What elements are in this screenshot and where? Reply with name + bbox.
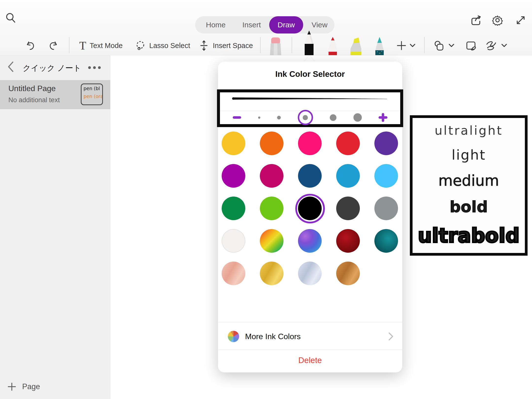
- page-subtitle: No additional text: [8, 96, 60, 104]
- swatch-orange[interactable]: [260, 132, 283, 155]
- add-page-label: Page: [22, 382, 40, 391]
- popup-title: Ink Color Selector: [218, 69, 402, 79]
- add-pen-button[interactable]: [396, 37, 407, 54]
- pen-black-selected[interactable]: [302, 30, 316, 55]
- swatch-red[interactable]: [336, 132, 360, 155]
- pen-red[interactable]: [326, 36, 340, 55]
- swatch-dark-pink[interactable]: [260, 164, 283, 188]
- lasso-select-label: Lasso Select: [149, 42, 190, 50]
- toolbar-divider: [424, 37, 425, 53]
- thickness-increase-button[interactable]: [379, 113, 387, 122]
- add-page-button[interactable]: Page: [0, 378, 110, 395]
- ink-to-shape-button[interactable]: [486, 37, 497, 54]
- search-icon[interactable]: [5, 12, 17, 24]
- ink-color-selector-popup: Ink Color Selector More Ink Colors De: [218, 62, 402, 372]
- insert-space-icon: [199, 40, 209, 51]
- thickness-option-5[interactable]: [353, 113, 362, 122]
- more-ink-colors-button[interactable]: More Ink Colors: [218, 328, 402, 345]
- swatch-purple[interactable]: [374, 132, 398, 155]
- delete-pen-button[interactable]: Delete: [218, 353, 402, 368]
- swatch-gray[interactable]: [374, 197, 398, 220]
- popup-divider: [218, 350, 402, 350]
- ink-to-shape-chevron-icon[interactable]: [501, 44, 507, 47]
- tab-draw[interactable]: Draw: [269, 16, 303, 33]
- eraser-tool[interactable]: [268, 37, 283, 55]
- more-options-icon[interactable]: [88, 66, 101, 69]
- tab-insert[interactable]: Insert: [234, 16, 269, 33]
- swatch-blue[interactable]: [336, 164, 360, 188]
- text-mode-button[interactable]: T Text Mode: [79, 37, 123, 54]
- popup-caret: [303, 55, 315, 62]
- fullscreen-expand-icon[interactable]: [515, 14, 527, 26]
- handwriting-light: light: [451, 148, 486, 162]
- thickness-option-1[interactable]: [258, 116, 260, 119]
- shapes-button[interactable]: [433, 37, 444, 54]
- swatch-bronze[interactable]: [336, 262, 360, 285]
- swatch-pink[interactable]: [298, 132, 322, 155]
- swatch-gold[interactable]: [260, 262, 283, 285]
- swatch-dark-gray[interactable]: [336, 197, 360, 220]
- popup-divider: [218, 322, 402, 322]
- page-thumbnail: pen (bl pen (ora: [81, 83, 103, 105]
- swatch-teal-texture[interactable]: [374, 229, 398, 253]
- settings-gear-icon[interactable]: [492, 14, 503, 26]
- swatch-rainbow-glitter[interactable]: [260, 229, 283, 253]
- swatch-silver[interactable]: [298, 262, 322, 285]
- page-list-item-selected[interactable]: Untitled Page No additional text pen (bl…: [0, 80, 110, 109]
- text-mode-label: Text Mode: [90, 42, 123, 50]
- tab-home[interactable]: Home: [198, 16, 234, 33]
- thumbnail-ink-line1: pen (bl: [83, 86, 102, 91]
- swatch-yellow[interactable]: [222, 132, 245, 155]
- lasso-select-button[interactable]: Lasso Select: [135, 37, 190, 54]
- toolbar-divider: [292, 37, 292, 53]
- handwriting-medium: medium: [438, 173, 499, 188]
- color-swatch-grid: [222, 132, 398, 285]
- thickness-selected-ring[interactable]: [298, 110, 313, 125]
- thickness-option-3: [303, 115, 308, 120]
- back-chevron-icon[interactable]: [7, 61, 14, 72]
- thickness-row: [220, 111, 400, 124]
- shapes-chevron-icon[interactable]: [449, 44, 454, 47]
- toolbar-divider: [69, 37, 69, 53]
- notebook-title: クイック ノート: [19, 63, 85, 74]
- swatch-magenta[interactable]: [222, 164, 245, 188]
- toolbar-divider: [260, 37, 261, 53]
- color-wheel-icon: [228, 331, 239, 342]
- thickness-option-4[interactable]: [330, 114, 336, 121]
- insert-space-button[interactable]: Insert Space: [199, 37, 253, 54]
- highlighter-yellow[interactable]: [348, 36, 363, 55]
- swatch-light-green[interactable]: [260, 197, 283, 220]
- swatch-light-blue[interactable]: [374, 164, 398, 188]
- thickness-option-2[interactable]: [277, 116, 281, 119]
- handwriting-ultrabold: ultrabold: [418, 226, 520, 246]
- stroke-weight-annotation-box: ultralight light medium bold ultrabold: [410, 115, 528, 256]
- share-icon[interactable]: [470, 14, 482, 26]
- text-mode-icon: T: [79, 39, 86, 52]
- plus-icon: [7, 382, 16, 391]
- redo-button[interactable]: [48, 37, 59, 54]
- swatch-black[interactable]: [298, 197, 322, 220]
- stroke-width-preview: [232, 96, 388, 102]
- sidebar: クイック ノート Untitled Page No additional tex…: [0, 55, 110, 399]
- undo-button[interactable]: [25, 37, 36, 54]
- handwriting-ultralight: ultralight: [434, 124, 503, 137]
- swatch-rose-gold[interactable]: [222, 262, 245, 285]
- lasso-icon: [135, 40, 146, 51]
- thickness-annotation-box: [217, 89, 403, 127]
- handwriting-bold: bold: [449, 199, 488, 215]
- page-title: Untitled Page: [8, 84, 56, 93]
- swatch-red-marble[interactable]: [336, 229, 360, 253]
- thumbnail-ink-line2: pen (ora: [83, 94, 102, 99]
- pencil-teal[interactable]: [372, 36, 387, 55]
- thickness-decrease-button[interactable]: [233, 116, 241, 119]
- chevron-right-icon: [388, 332, 393, 341]
- swatch-green[interactable]: [222, 197, 245, 220]
- swatch-galaxy[interactable]: [298, 229, 322, 253]
- more-ink-colors-label: More Ink Colors: [245, 332, 301, 341]
- swatch-dark-blue[interactable]: [298, 164, 322, 188]
- ink-annotate-button[interactable]: [466, 37, 476, 54]
- swatch-white[interactable]: [222, 229, 245, 253]
- add-pen-chevron-icon[interactable]: [410, 44, 415, 47]
- insert-space-label: Insert Space: [213, 42, 253, 50]
- top-chrome: Home Insert Draw View T Text Mode Lasso …: [0, 0, 532, 55]
